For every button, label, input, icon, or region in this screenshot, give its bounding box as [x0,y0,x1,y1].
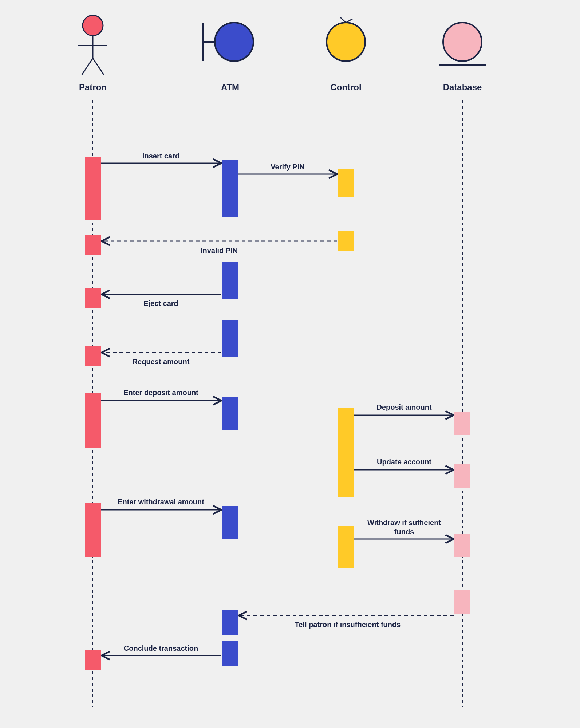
activation-control [338,169,354,197]
activation-atm [222,610,238,635]
activation-control [338,526,354,568]
activation-database [454,412,470,435]
sequence-diagram: Patron ATM Control Database [0,0,580,728]
activation-patron [85,346,101,366]
activation-atm [222,262,238,299]
participant-control-label: Control [330,82,361,92]
activation-patron [85,393,101,448]
message-label: Request amount [133,358,190,366]
participant-database-label: Database [443,82,482,92]
activation-atm [222,320,238,357]
message-label: Deposit amount [376,403,431,411]
activation-atm [222,641,238,666]
activation-database [454,464,470,488]
message-label: Enter withdrawal amount [118,498,204,506]
message-label: Insert card [142,152,179,160]
activation-database [454,534,470,557]
person-head-icon [83,15,103,36]
message-label: Enter deposit amount [123,389,198,397]
message-label: funds [394,528,414,536]
activation-atm [222,506,238,539]
message-label: Eject card [143,299,178,307]
activation-patron [85,288,101,308]
activation-patron [85,503,101,557]
entity-icon [443,23,482,61]
message-label: Tell patron if insufficient funds [295,621,401,629]
message-label: Update account [377,458,431,466]
control-icon [327,23,365,61]
activation-atm [222,397,238,430]
activation-atm [222,160,238,217]
activation-control [338,408,354,497]
message-label: Withdraw if sufficient [367,519,441,527]
activation-patron [85,235,101,255]
activation-database [454,590,470,614]
message-label: Invalid PIN [201,247,238,255]
activation-patron [85,157,101,220]
participant-atm-label: ATM [221,82,239,92]
message-label: Conclude transaction [124,644,198,652]
message-label: Verify PIN [271,163,304,171]
boundary-icon [215,23,253,61]
activation-control [338,231,354,251]
activation-patron [85,650,101,670]
participant-patron-label: Patron [79,82,107,92]
